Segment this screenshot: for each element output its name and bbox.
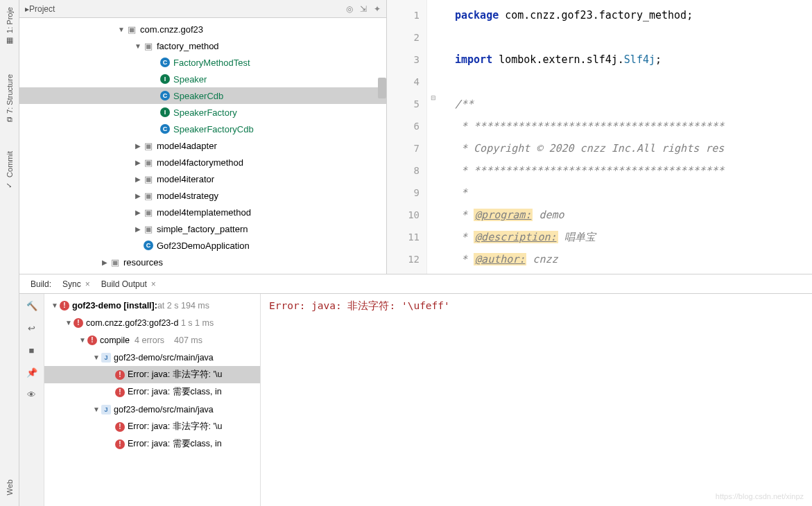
folder-icon: ▣ — [143, 190, 154, 201]
tree-class[interactable]: CSpeakerFactoryCdb — [19, 121, 386, 137]
sidebar-tab-commit[interactable]: ✓Commit — [3, 147, 15, 193]
build-console[interactable]: Error: java: 非法字符: '\ufeff' — [261, 294, 812, 506]
tree-class[interactable]: CFactoryMethodTest — [19, 54, 386, 71]
tree-class[interactable]: CGof23DemoApplication — [19, 237, 386, 254]
interface-icon: I — [159, 107, 171, 118]
class-icon: C — [159, 90, 171, 101]
build-row-error[interactable]: !Error: java: 非法字符: '\u — [44, 366, 260, 383]
error-icon: ! — [60, 301, 69, 311]
folder-icon: ▣ — [143, 40, 154, 51]
tree-package[interactable]: ▼▣com.cnzz.gof23 — [19, 21, 386, 37]
tree-folder[interactable]: ▶▣model4adapter — [19, 137, 386, 154]
error-icon: ! — [74, 318, 83, 328]
structure-icon: ⧉ — [7, 115, 12, 123]
chevron-right-icon: ▶ — [133, 192, 143, 200]
folder-icon: ▣ — [143, 157, 154, 168]
watermark: https://blog.csdn.net/xinpz — [716, 492, 804, 500]
close-icon[interactable]: × — [151, 279, 156, 289]
sidebar-tab-project[interactable]: ▦1: Proje — [3, 3, 15, 49]
package-icon: ▣ — [126, 24, 137, 35]
build-row-error[interactable]: !Error: java: 需要class, in — [44, 383, 260, 401]
chevron-down-icon: ▼ — [64, 319, 74, 326]
java-file-icon: J — [101, 405, 111, 415]
build-row-error[interactable]: !Error: java: 需要class, in — [44, 435, 260, 453]
sidebar-tab-web[interactable]: Web — [4, 476, 15, 499]
error-icon: ! — [115, 387, 125, 397]
hammer-icon[interactable]: 🔨 — [26, 299, 38, 312]
chevron-right-icon: ▶ — [133, 175, 143, 183]
target-icon[interactable]: ◎ — [346, 4, 353, 14]
spring-boot-icon: C — [143, 240, 154, 251]
tree-interface[interactable]: ISpeaker — [19, 71, 386, 87]
build-row-root[interactable]: ▼!gof23-demo [install]: at 2 s 194 ms — [44, 297, 260, 314]
chevron-down-icon: ▼ — [78, 336, 87, 344]
expand-icon[interactable]: ⇲ — [360, 4, 367, 14]
chevron-down-icon: ▼ — [92, 405, 101, 413]
chevron-right-icon: ▶ — [133, 209, 143, 216]
sidebar-tab-structure[interactable]: ⧉7: Structure — [4, 70, 15, 126]
chevron-right-icon: ▶ — [100, 259, 110, 266]
line-number-gutter: 123456789101112 — [387, 0, 427, 274]
tree-interface[interactable]: ISpeakerFactory — [19, 104, 386, 121]
close-icon[interactable]: × — [85, 279, 90, 289]
error-icon: ! — [115, 439, 125, 449]
build-panel-tabs: Build: Sync× Build Output× — [19, 274, 812, 294]
tree-folder[interactable]: ▶▣model4strategy — [19, 187, 386, 204]
stop-icon[interactable]: ■ — [26, 344, 38, 356]
build-row-compile[interactable]: ▼!compile 4 errors 407 ms — [44, 331, 260, 349]
tree-folder[interactable]: ▶▣resources — [19, 254, 386, 270]
tab-sync[interactable]: Sync× — [57, 274, 96, 293]
tree-folder[interactable]: ▶▣model4templatemethod — [19, 204, 386, 220]
folder-icon: ▣ — [143, 140, 154, 151]
build-row-file[interactable]: ▼Jgof23-demo/src/main/java — [44, 349, 260, 366]
java-file-icon: J — [101, 353, 111, 363]
error-icon: ! — [115, 370, 125, 380]
error-icon: ! — [115, 422, 125, 432]
folder-icon: ▣ — [143, 173, 154, 184]
build-row-error[interactable]: !Error: java: 非法字符: '\u — [44, 418, 260, 435]
tree-folder[interactable]: ▶▣simple_factory_pattern — [19, 220, 386, 237]
pin-icon[interactable]: 📌 — [26, 366, 38, 378]
error-icon: ! — [87, 335, 97, 345]
folder-icon: ▣ — [143, 207, 154, 218]
back-icon[interactable]: ↩ — [26, 322, 38, 334]
build-tree[interactable]: ▼!gof23-demo [install]: at 2 s 194 ms ▼!… — [44, 294, 261, 506]
tree-folder[interactable]: ▶▣model4factorymethod — [19, 154, 386, 171]
tab-build[interactable]: Build: — [25, 274, 57, 293]
interface-icon: I — [159, 73, 171, 85]
build-row-file[interactable]: ▼Jgof23-demo/src/main/java — [44, 401, 260, 418]
class-icon: C — [159, 123, 171, 134]
folder-icon: ▣ — [143, 223, 154, 234]
eye-icon[interactable]: 👁 — [26, 388, 38, 401]
chevron-down-icon: ▼ — [116, 26, 126, 33]
tree-class-selected[interactable]: CSpeakerCdb — [19, 87, 386, 104]
project-panel-header: ▸ Project ◎ ⇲ ✦ — [19, 0, 386, 18]
chevron-right-icon: ▶ — [133, 142, 143, 150]
commit-icon: ✓ — [5, 180, 14, 189]
settings-icon[interactable]: ✦ — [374, 4, 381, 14]
chevron-down-icon: ▼ — [133, 42, 143, 50]
code-content[interactable]: package com.cnzz.gof23.factory_method; i… — [427, 0, 812, 274]
code-editor[interactable]: 123456789101112 ⊟ package com.cnzz.gof23… — [387, 0, 812, 274]
scrollbar[interactable] — [378, 78, 386, 98]
tree-folder[interactable]: ▶▣model4iterator — [19, 171, 386, 187]
chevron-right-icon: ▶ — [133, 159, 143, 166]
build-row-module[interactable]: ▼!com.cnzz.gof23:gof23-d 1 s 1 ms — [44, 314, 260, 331]
chevron-right-icon: ▶ — [133, 225, 143, 233]
chevron-down-icon: ▼ — [92, 354, 101, 361]
project-tree[interactable]: ▼▣com.cnzz.gof23 ▼▣factory_method CFacto… — [19, 18, 386, 274]
tree-folder[interactable]: ▼▣factory_method — [19, 37, 386, 54]
tab-build-output[interactable]: Build Output× — [96, 274, 162, 293]
chevron-down-icon: ▼ — [50, 302, 60, 309]
fold-icon[interactable]: ⊟ — [431, 94, 436, 101]
class-icon: C — [159, 57, 171, 68]
resources-icon: ▣ — [110, 256, 121, 268]
project-icon: ▦ — [5, 36, 14, 45]
